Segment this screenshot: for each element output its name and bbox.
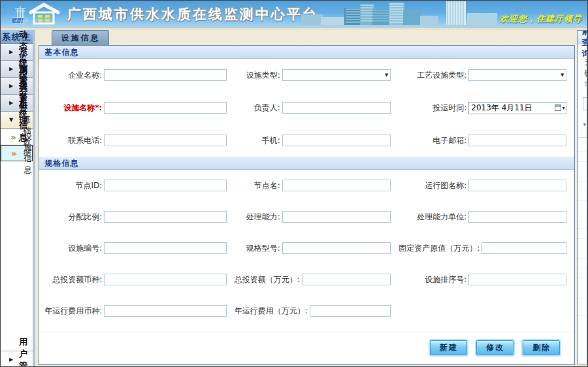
main-layout: 系统主页 ▶动态监测▶系统报表▶预警分析▶报警管理▼系统信息»基础数据»设施信息… (1, 30, 588, 367)
facility-form-panel: 基本信息企业名称:设施类型:▼工艺设施类型:▼设施名称*:负责人:投运时间:20… (39, 45, 575, 365)
form-field-facility-type: 设施类型:▼ (235, 69, 399, 81)
field-label: 规格型号: (235, 243, 280, 254)
chevron-right-icon: ▶ (9, 83, 13, 89)
field-label: 电子邮箱: (399, 135, 466, 146)
result-row-empty (578, 229, 587, 239)
node-name-input[interactable] (282, 180, 391, 191)
field-label: 工艺设施类型: (399, 70, 466, 81)
field-label: 负责人: (235, 103, 280, 114)
field-label: 手机: (235, 135, 280, 146)
sidebar: 系统主页 ▶动态监测▶系统报表▶预警分析▶报警管理▼系统信息»基础数据»设施信息… (1, 30, 35, 367)
processing-capacity-input[interactable] (282, 211, 391, 223)
double-chevron-icon: » (11, 148, 16, 158)
dropdown-arrow-icon: ▼ (559, 72, 566, 78)
operation-diagram-name-input[interactable] (468, 180, 566, 191)
date-value: 2013年 4月11日 (471, 103, 532, 114)
form-button-row: 新建修改删除 (39, 332, 574, 364)
annual-operating-cost-currency-input[interactable] (104, 305, 226, 317)
result-row-empty (578, 259, 587, 268)
result-row-empty (578, 162, 587, 182)
field-label: 设施类型: (235, 70, 280, 81)
form-field-email: 电子邮箱: (399, 135, 568, 146)
result-row-empty (578, 278, 587, 298)
result-row-empty (578, 306, 587, 316)
form-field-total-investment: 总投资额（万元）: (235, 274, 399, 285)
form-row: 分配比例:处理能力:处理能力单位: (39, 201, 574, 232)
sidebar-subitem[interactable]: »设施信息 (1, 145, 33, 161)
node-id-input[interactable] (104, 180, 226, 191)
person-in-charge-input[interactable] (282, 102, 391, 114)
form-field-facility-number: 设施编号: (42, 242, 234, 254)
form-field-processing-capacity: 处理能力: (235, 211, 399, 223)
field-label: 企业名称: (42, 70, 102, 81)
field-label: 设施名称*: (42, 103, 102, 114)
form-field-distribution-ratio: 分配比例: (42, 211, 234, 223)
form-field-fixed-asset-original-value: 固定资产原值（万元）: (399, 242, 568, 254)
facility-name-input[interactable] (104, 102, 226, 114)
total-investment-input[interactable] (302, 274, 391, 285)
welcome-text: 欢迎您，住建厅领导 (500, 13, 582, 25)
double-chevron-icon: » (10, 132, 16, 142)
page-title: 广西城市供水水质在线监测中心平台 (67, 5, 318, 24)
form-field-facility-sort-number: 设施排序号: (399, 274, 568, 285)
form-sections: 基本信息企业名称:设施类型:▼工艺设施类型:▼设施名称*:负责人:投运时间:20… (39, 46, 574, 327)
form-row: 总投资额币种:总投资额（万元）:设施排序号: (39, 264, 574, 295)
form-field-annual-operating-cost: 年运行费用（万元）: (235, 305, 399, 317)
calendar-icon[interactable]: ▾ (555, 104, 566, 111)
create-button[interactable]: 新建 (430, 340, 467, 355)
city-skyline-image (301, 1, 497, 27)
field-label: 设施排序号: (399, 274, 466, 285)
field-label: 总投资额币种: (42, 274, 102, 285)
facility-sort-number-input[interactable] (468, 274, 566, 285)
processing-capacity-unit-input[interactable] (468, 211, 566, 223)
result-row-empty (578, 201, 587, 221)
sidebar-item-label: 用户管理 (19, 336, 33, 367)
form-field-node-name: 节点名: (235, 180, 399, 191)
field-label: 设施编号: (42, 243, 102, 254)
result-row-empty (578, 182, 587, 191)
keyword-input[interactable] (583, 97, 587, 110)
mobile-input[interactable] (282, 135, 391, 146)
delete-button[interactable]: 删除 (523, 340, 560, 355)
total-investment-currency-input[interactable] (104, 274, 226, 285)
house-logo-icon (12, 2, 63, 27)
form-row: 企业名称:设施类型:▼工艺设施类型:▼ (39, 59, 574, 91)
form-field-mobile: 手机: (235, 135, 399, 146)
form-field-enterprise-name: 企业名称: (42, 69, 234, 81)
sidebar-item-user-management[interactable]: ▶ 用户管理 (1, 351, 33, 367)
field-label: 分配比例: (42, 212, 102, 223)
fixed-asset-original-value-input[interactable] (482, 242, 566, 254)
spec-model-input[interactable] (282, 242, 391, 254)
enterprise-name-input[interactable] (104, 69, 226, 81)
commissioning-date-picker[interactable]: 2013年 4月11日▾ (468, 102, 566, 114)
field-label: 年运行费用币种: (42, 306, 102, 317)
form-field-operation-diagram-name: 运行图名称: (399, 180, 568, 191)
chevron-right-icon: ▶ (9, 49, 13, 55)
field-label: 年运行费用（万元）: (235, 306, 308, 317)
facility-type-select[interactable]: ▼ (282, 69, 391, 81)
field-label: 节点名: (235, 180, 280, 191)
facility-number-input[interactable] (104, 242, 226, 254)
chevron-right-icon: ▶ (9, 357, 13, 362)
email-input[interactable] (468, 135, 566, 146)
search-results-list[interactable] (578, 137, 587, 364)
tab-facility-info[interactable]: 设施信息 (52, 30, 109, 45)
search-hint: *置空可查询所有 (583, 121, 587, 131)
field-label: 投运时间: (399, 103, 466, 114)
search-panel: 检索查询 关键字: *置空可查询所有 模糊查询 (577, 30, 587, 364)
search-form: 关键字: *置空可查询所有 模糊查询 (578, 44, 587, 137)
field-label: 处理能力: (235, 212, 280, 223)
annual-operating-cost-input[interactable] (310, 305, 391, 317)
section-header: 基本信息 (39, 46, 574, 59)
form-row: 设施编号:规格型号:固定资产原值（万元）: (39, 232, 574, 264)
result-row-empty (578, 138, 587, 152)
main-content: 设施信息 基本信息企业名称:设施类型:▼工艺设施类型:▼设施名称*:负责人:投运… (39, 30, 575, 367)
contact-phone-input[interactable] (104, 135, 226, 146)
distribution-ratio-input[interactable] (104, 211, 226, 223)
process-facility-type-select[interactable]: ▼ (468, 69, 566, 81)
result-row-empty (578, 152, 587, 162)
app-window: 广西城市供水水质在线监测中心平台 欢迎您，住建厅领导 (0, 0, 588, 367)
form-row: 年运行费用币种:年运行费用（万元）: (39, 295, 574, 327)
modify-button[interactable]: 修改 (476, 340, 514, 355)
dropdown-arrow-icon: ▼ (383, 72, 390, 78)
